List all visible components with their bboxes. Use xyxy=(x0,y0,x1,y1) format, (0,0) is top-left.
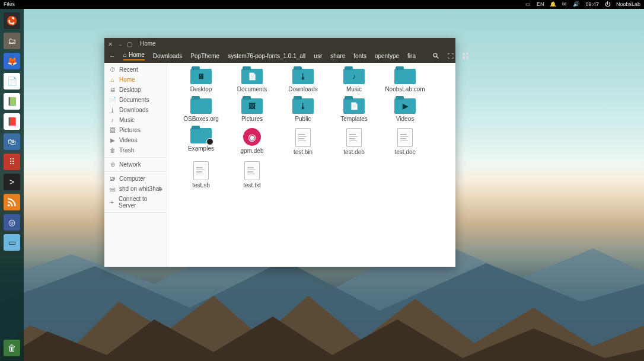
sidebar-item-pictures[interactable]: 🖼Pictures xyxy=(104,125,167,135)
sidebar-item-label: Documents xyxy=(119,97,149,103)
notification-icon[interactable]: 🔔 xyxy=(550,0,556,9)
sidebar-item-videos[interactable]: ▶Videos xyxy=(104,135,167,145)
nav-back-button[interactable]: ← xyxy=(109,52,115,60)
breadcrumb-label: opentype xyxy=(375,53,399,59)
sidebar-item-recent[interactable]: ⏱Recent xyxy=(104,65,167,75)
breadcrumb-usr[interactable]: usr xyxy=(314,53,322,59)
fs-item-label: OSBoxes.org xyxy=(183,116,218,122)
fs-item-public[interactable]: ⭳Public xyxy=(278,98,329,122)
sidebar-item-documents[interactable]: 📄Documents xyxy=(104,95,167,105)
sidebar-item-label: Videos xyxy=(119,137,137,143)
impress-icon[interactable]: 📕 xyxy=(4,113,20,130)
eject-icon[interactable]: ⏏ xyxy=(158,186,163,191)
mail-icon[interactable]: ✉ xyxy=(562,0,567,9)
sidebar-item-recent-glyph-icon: ⏱ xyxy=(109,66,116,73)
window-close-button[interactable]: ✕ xyxy=(108,41,113,46)
window-titlebar[interactable]: ✕ － ▢ Home xyxy=(104,38,455,49)
file-icon xyxy=(193,161,209,180)
user-label[interactable]: NoobsLab xyxy=(616,0,640,9)
firefox-icon[interactable]: 🦊 xyxy=(4,53,20,69)
clock[interactable]: 09:47 xyxy=(585,0,599,9)
sidebar-item-network[interactable]: ⊕Network xyxy=(104,159,167,170)
sidebar-item-desktop[interactable]: 🖥Desktop xyxy=(104,85,167,95)
breadcrumb-home[interactable]: ⌂Home xyxy=(123,52,145,60)
sidebar-item-label: Home xyxy=(119,76,135,83)
software-icon[interactable]: 🛍 xyxy=(4,133,20,150)
rss-icon[interactable] xyxy=(4,194,20,210)
sidebar-item-music[interactable]: ♪Music xyxy=(104,115,167,125)
fs-item-noobslab-com[interactable]: NoobsLab.com xyxy=(380,69,431,92)
sidebar-item-home[interactable]: ⌂Home xyxy=(104,75,167,85)
power-icon[interactable]: ⏻ xyxy=(605,0,610,9)
calc-icon[interactable]: 📗 xyxy=(4,93,20,110)
svg-point-5 xyxy=(433,53,437,57)
fs-item-downloads[interactable]: ⭳Downloads xyxy=(278,69,329,92)
view-toggle-icon[interactable]: ⛶ xyxy=(448,52,454,60)
sidebar-item-label: Pictures xyxy=(119,127,141,133)
fs-item-desktop[interactable]: 🖥Desktop xyxy=(176,69,227,92)
breadcrumb-share[interactable]: share xyxy=(330,53,345,59)
breadcrumb-opentype[interactable]: opentype xyxy=(375,53,399,59)
sidebar-item-label: Computer xyxy=(119,175,145,182)
folder-icon xyxy=(190,98,212,114)
sidebar-item-trash[interactable]: 🗑Trash xyxy=(104,145,167,155)
fs-item-videos[interactable]: ▶Videos xyxy=(380,98,431,122)
fs-item-examples[interactable]: Examples xyxy=(176,128,227,155)
search-icon[interactable] xyxy=(432,52,439,60)
fs-item-pictures[interactable]: 🖼Pictures xyxy=(227,98,278,122)
messenger-icon[interactable]: ◎ xyxy=(4,214,20,231)
sidebar-item-downloads[interactable]: ⭳Downloads xyxy=(104,105,167,115)
sidebar-item-mount[interactable]: 🖴shd on whit3hat⏏ xyxy=(104,184,167,194)
volume-icon[interactable]: 🔊 xyxy=(573,0,579,9)
fs-item-test-txt[interactable]: test.txt xyxy=(227,161,278,189)
breadcrumb-downloads[interactable]: Downloads xyxy=(153,53,182,59)
fs-item-documents[interactable]: 📄Documents xyxy=(227,69,278,92)
breadcrumb-label: share xyxy=(330,53,345,59)
writer-icon[interactable]: 📄 xyxy=(4,73,20,90)
file-icon xyxy=(295,128,311,147)
grid-view-icon[interactable] xyxy=(462,52,469,60)
fs-item-label: test.doc xyxy=(394,149,415,155)
fs-item-test-doc[interactable]: test.doc xyxy=(380,128,431,155)
breadcrumb-system76-pop-fonts-1-0-1-all[interactable]: system76-pop-fonts_1.0.1_all xyxy=(228,53,305,59)
breadcrumb-label: Home xyxy=(129,52,145,58)
folder-icon: 📄 xyxy=(343,98,365,114)
terminal-icon[interactable]: > xyxy=(4,174,20,190)
panel-icon[interactable]: ▭ xyxy=(4,234,20,251)
fs-item-label: Videos xyxy=(396,116,414,122)
sidebar-item-label: Connect to Server xyxy=(119,196,162,209)
sidebar-item-connect[interactable]: +Connect to Server xyxy=(104,194,167,210)
breadcrumb-fira[interactable]: fira xyxy=(407,53,416,59)
svg-rect-10 xyxy=(466,56,468,59)
fm-sidebar: ⏱Recent⌂Home🖥Desktop📄Documents⭳Downloads… xyxy=(104,63,167,267)
svg-rect-7 xyxy=(463,53,465,55)
sidebar-item-downloads-glyph-icon: ⭳ xyxy=(109,107,116,113)
breadcrumb-label: Downloads xyxy=(153,53,182,59)
fm-content-area[interactable]: 🖥Desktop📄Documents⭳Downloads♪MusicNoobsL… xyxy=(167,63,455,267)
folder-icon: ⭳ xyxy=(292,69,314,84)
files-icon[interactable]: 🗂 xyxy=(4,33,20,49)
keyboard-lang[interactable]: EN xyxy=(537,0,544,9)
svg-point-4 xyxy=(8,204,10,206)
fs-item-test-sh[interactable]: test.sh xyxy=(176,161,227,189)
palette-icon[interactable]: ⠿ xyxy=(4,154,20,170)
fs-item-gpm-deb[interactable]: ◉gpm.deb xyxy=(227,128,278,155)
fs-item-test-bin[interactable]: test.bin xyxy=(278,128,329,155)
window-maximize-button[interactable]: ▢ xyxy=(127,41,132,46)
sidebar-item-label: Network xyxy=(119,161,141,168)
file-icon xyxy=(244,161,260,180)
window-minimize-button[interactable]: － xyxy=(117,41,122,46)
sidebar-item-label: shd on whit3hat xyxy=(119,186,161,192)
screen-icon[interactable]: ▭ xyxy=(525,0,531,9)
trash-icon[interactable]: 🗑 xyxy=(4,340,20,356)
dash-icon[interactable] xyxy=(4,12,20,29)
breadcrumb-poptheme[interactable]: PopTheme xyxy=(190,53,219,59)
sidebar-item-computer[interactable]: 🖳Computer xyxy=(104,174,167,184)
breadcrumb-fonts[interactable]: fonts xyxy=(353,53,366,59)
svg-line-6 xyxy=(437,57,439,59)
fs-item-label: Templates xyxy=(340,116,368,122)
fs-item-music[interactable]: ♪Music xyxy=(329,69,380,92)
fs-item-test-deb[interactable]: test.deb xyxy=(329,128,380,155)
fs-item-templates[interactable]: 📄Templates xyxy=(329,98,380,122)
fs-item-osboxes-org[interactable]: OSBoxes.org xyxy=(176,98,227,122)
